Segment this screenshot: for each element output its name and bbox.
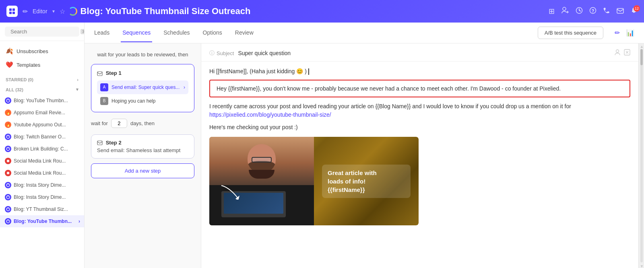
person-add-icon[interactable] [561, 6, 569, 16]
scroll-up-icon[interactable]: ▲ [640, 44, 643, 47]
top-bar-right-actions: ⊞ ? [549, 6, 638, 16]
step-1-title: Step 1 [97, 70, 188, 76]
sidebar: ⌘K 🍂 Unsubscribes ❤️ Templates STARRED (… [0, 23, 85, 268]
step-1-card[interactable]: Step 1 A Send email: Super quick ques...… [91, 64, 194, 112]
sidebar-item-unsubscribes[interactable]: 🍂 Unsubscribes [0, 44, 84, 58]
sidebar-item-templates[interactable]: ❤️ Templates [0, 58, 84, 72]
speech-bubble: Great article with loads of info! {{firs… [322, 165, 411, 198]
chart-icon[interactable]: 📊 [625, 27, 636, 38]
list-item-label: Social Media Link Rou... [14, 170, 80, 176]
email-highlighted-block: Hey {{firstName}}, you don't know me - p… [209, 80, 630, 97]
option-b-icon: B [100, 97, 108, 105]
svg-rect-1 [12, 8, 15, 11]
list-item-icon: 🔥 [5, 122, 11, 128]
svg-rect-0 [9, 8, 12, 11]
list-item[interactable]: Blog: YouTube Thumbn... [0, 95, 84, 107]
search-input[interactable] [10, 29, 78, 35]
list-item[interactable]: Blog: Twitch Banner O... [0, 131, 84, 143]
svg-rect-21 [7, 160, 9, 162]
starred-chevron-icon: › [77, 77, 78, 82]
layout-icon[interactable]: ⊞ [549, 7, 555, 16]
tab-options[interactable]: Options [201, 24, 224, 42]
steps-panel: wait for your leads to be reviewed, then… [85, 43, 201, 268]
tab-schedules[interactable]: Schedules [162, 24, 191, 42]
email-body: Hi [[firstName]], (Haha just kidding 😊 )… [201, 62, 638, 268]
starred-label: STARRED (0) [6, 77, 33, 82]
wait-for-row: wait for days, then [91, 117, 194, 130]
pencil-icon[interactable]: ✏ [23, 8, 28, 15]
list-item[interactable]: 🔥 Youtube Appsumo Out... [0, 119, 84, 131]
email-panel: ⓘ Subject Super quick question [201, 43, 638, 268]
star-icon[interactable]: ☆ [60, 8, 65, 15]
svg-rect-32 [97, 141, 102, 145]
list-item-icon [5, 170, 11, 176]
list-item[interactable]: Blog: Insta Story Dime... [0, 179, 84, 191]
sub-header: Leads Sequences Schedules Options Review… [85, 23, 644, 43]
tab-leads[interactable]: Leads [93, 24, 111, 42]
expand-icon[interactable] [624, 49, 630, 57]
email-header-actions [614, 49, 630, 57]
ab-test-button[interactable]: A/B test this sequence [538, 27, 603, 39]
wait-for-label: wait for [91, 120, 108, 126]
tab-review[interactable]: Review [233, 24, 255, 42]
add-step-button[interactable]: Add a new step [91, 163, 194, 178]
search-kbd: ⌘K [80, 29, 85, 34]
edit-icon[interactable]: ✏ [613, 27, 621, 38]
glasses [252, 157, 272, 163]
app-logo[interactable] [6, 6, 18, 17]
question-icon[interactable]: ? [589, 7, 597, 16]
list-item[interactable]: 🔥 Appsumo Email Revie... [0, 107, 84, 119]
list-item-icon [5, 146, 11, 152]
list-item[interactable]: Social Media Link Rou... [0, 155, 84, 167]
list-item[interactable]: Social Media Link Rou... [0, 167, 84, 179]
sidebar-nav: 🍂 Unsubscribes ❤️ Templates [0, 41, 84, 75]
list-item-icon [5, 97, 11, 104]
list-item-label: Broken Link Building: C... [14, 146, 80, 152]
editor-dropdown-icon[interactable]: ▾ [52, 8, 55, 14]
svg-rect-3 [12, 12, 15, 14]
list-item-label: Blog: Twitch Banner O... [14, 134, 80, 140]
all-chevron-icon: ▾ [76, 87, 78, 92]
pointing-arrow [217, 183, 242, 201]
list-item[interactable]: Blog: YT Thumbnail Siz... [0, 203, 84, 215]
info-icon: ⓘ [209, 49, 215, 57]
sidebar-starred-section[interactable]: STARRED (0) › [0, 75, 84, 85]
unsubscribes-label: Unsubscribes [17, 48, 48, 54]
scrollbar-track[interactable]: ▲ ▼ [638, 43, 644, 268]
list-item-label: Blog: YT Thumbnail Siz... [14, 206, 80, 212]
list-item[interactable]: Blog: Insta Story Dime... [0, 191, 84, 203]
wait-text: wait for your leads to be reviewed, then [91, 50, 194, 59]
scroll-down-icon[interactable]: ▼ [640, 264, 643, 267]
person-area [209, 137, 314, 225]
person-icon[interactable] [614, 49, 621, 57]
list-item-active[interactable]: Blog: YouTube Thumbn... › [0, 215, 84, 227]
bell-icon[interactable]: 12 [630, 7, 638, 16]
step-2-card[interactable]: Step 2 Send email: Shameless last attemp… [91, 134, 194, 159]
tab-sequences[interactable]: Sequences [121, 24, 152, 42]
step-option-a[interactable]: A Send email: Super quick ques... › [97, 80, 188, 94]
person-head [248, 144, 276, 173]
phone-icon[interactable] [603, 7, 610, 16]
sidebar-list: Blog: YouTube Thumbn... 🔥 Appsumo Email … [0, 95, 84, 268]
list-item-label: Youtube Appsumo Out... [14, 122, 80, 128]
step-2-icon [97, 140, 103, 146]
email-greeting: Hi [[firstName]], (Haha just kidding 😊 ) [209, 68, 630, 75]
search-wrapper[interactable]: ⌘K [5, 27, 79, 37]
step-2-title: Step 2 [97, 140, 188, 146]
option-a-icon: A [100, 83, 108, 91]
sidebar-all-section[interactable]: ALL (32) ▾ [0, 85, 84, 95]
list-item[interactable]: Broken Link Building: C... [0, 143, 84, 155]
list-item-icon [5, 158, 11, 164]
step-option-b[interactable]: B Hoping you can help [97, 94, 188, 108]
clock-icon[interactable] [576, 7, 583, 16]
scroll-thumb[interactable] [640, 49, 643, 65]
wait-days-input[interactable] [111, 119, 127, 128]
svg-rect-12 [617, 8, 623, 13]
step-2-send-label: Send email: Shameless last attempt [97, 147, 188, 153]
page-title: Blog: YouTube Thumbnail Size Outreach [80, 6, 251, 16]
mail-icon[interactable] [617, 7, 624, 16]
email-image: Great article with loads of info! {{firs… [209, 137, 419, 225]
option-a-arrow: › [184, 85, 185, 90]
email-link[interactable]: https://pixelied.com/blog/youtube-thumbn… [209, 111, 331, 118]
sidebar-search: ⌘K [0, 23, 84, 41]
